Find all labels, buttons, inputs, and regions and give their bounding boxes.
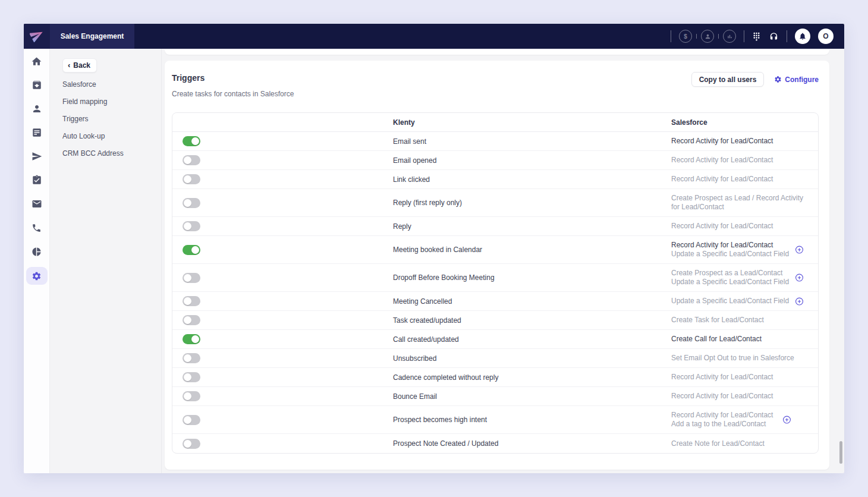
reports-icon[interactable]: [26, 243, 48, 260]
salesforce-action: Create Call for Lead/Contact: [671, 335, 813, 344]
trigger-name: Prospect becomes high intent: [393, 416, 671, 424]
tasks-icon[interactable]: [26, 172, 48, 188]
plus-circle-icon: [795, 247, 804, 256]
copy-to-all-users-button[interactable]: Copy to all users: [691, 72, 765, 87]
salesforce-action: Update a Specific Lead/Contact Field: [671, 297, 813, 306]
analytics-icon[interactable]: [723, 30, 736, 43]
topbar: Sales Engagement $: [24, 24, 844, 49]
settings-icon[interactable]: [26, 267, 48, 285]
trigger-name: Unsubscribed: [393, 354, 671, 363]
phone-icon[interactable]: [26, 219, 48, 236]
send-icon[interactable]: [26, 148, 48, 165]
trigger-toggle[interactable]: [183, 315, 200, 325]
paper-plane-logo-icon: [30, 28, 44, 45]
plus-circle-icon: [795, 275, 804, 284]
salesforce-action: Record Activity for Lead/Contact: [671, 222, 813, 231]
toggle-knob: [191, 335, 199, 343]
triggers-table: Klenty Salesforce Email sentRecord Activ…: [172, 112, 819, 454]
table-header: Klenty Salesforce: [172, 113, 818, 132]
toggle-knob: [184, 354, 191, 362]
salesforce-action: Create Task for Lead/Contact: [671, 316, 813, 325]
mini-divider: [696, 34, 697, 39]
trigger-name: Dropoff Before Booking Meeting: [393, 273, 671, 282]
add-action-button[interactable]: [782, 416, 791, 424]
main-content: Triggers Create tasks for contacts in Sa…: [162, 49, 844, 473]
trigger-toggle[interactable]: [183, 353, 200, 363]
table-row: Prospect Note Created / UpdatedCreate No…: [172, 434, 818, 453]
app-logo[interactable]: [24, 24, 50, 49]
trigger-name: Reply: [393, 222, 671, 231]
page-background: Sales Engagement $: [0, 0, 868, 497]
add-action-button[interactable]: [795, 297, 804, 306]
headset-icon[interactable]: [769, 32, 779, 42]
toggle-knob: [184, 274, 191, 282]
trigger-toggle[interactable]: [183, 439, 200, 449]
trigger-name: Email sent: [393, 137, 671, 146]
configure-button[interactable]: Configure: [774, 76, 819, 84]
topbar-divider: [744, 30, 744, 42]
trigger-toggle[interactable]: [183, 391, 200, 401]
bell-icon[interactable]: [795, 29, 810, 44]
trigger-toggle[interactable]: [183, 198, 200, 208]
app-window: Sales Engagement $: [24, 24, 844, 473]
trigger-toggle[interactable]: [183, 174, 200, 184]
avatar[interactable]: O: [818, 29, 834, 44]
salesforce-action: Set Email Opt Out to true in Salesforce: [671, 354, 813, 363]
subnav-item-field-mapping[interactable]: Field mapping: [62, 93, 161, 110]
add-action-button[interactable]: [795, 273, 804, 282]
scrollbar-track[interactable]: [839, 49, 842, 471]
salesforce-action: Record Activity for Lead/Contact: [671, 373, 813, 382]
trigger-toggle[interactable]: [183, 296, 200, 306]
back-button[interactable]: ‹ Back: [62, 58, 97, 73]
scrollbar-thumb[interactable]: [839, 441, 842, 464]
home-icon[interactable]: [26, 53, 48, 70]
profile-icon[interactable]: [701, 30, 714, 43]
toggle-knob: [184, 440, 191, 448]
subnav-item-crm-bcc-address[interactable]: CRM BCC Address: [62, 144, 161, 162]
configure-label: Configure: [785, 76, 819, 84]
header-actions: Copy to all users Configure: [691, 72, 819, 87]
subnav-item-salesforce[interactable]: Salesforce: [62, 76, 161, 93]
product-switcher[interactable]: Sales Engagement: [50, 24, 134, 49]
trigger-name: Link clicked: [393, 175, 671, 184]
import-icon[interactable]: [26, 77, 48, 93]
salesforce-action: Record Activity for Lead/Contact: [671, 241, 813, 250]
salesforce-action: Record Activity for Lead/Contact: [671, 411, 813, 420]
trigger-name: Meeting booked in Calendar: [393, 246, 671, 254]
trigger-toggle[interactable]: [183, 372, 200, 382]
dialpad-icon[interactable]: [752, 32, 761, 41]
plus-circle-icon: [782, 417, 791, 426]
email-icon[interactable]: [26, 196, 48, 212]
trigger-toggle[interactable]: [183, 221, 200, 231]
toggle-knob: [184, 297, 191, 305]
product-name: Sales Engagement: [61, 32, 124, 40]
trigger-toggle[interactable]: [183, 273, 200, 283]
trigger-toggle[interactable]: [183, 415, 200, 425]
trigger-name: Meeting Cancelled: [393, 297, 671, 306]
toggle-knob: [184, 175, 191, 183]
add-action-button[interactable]: [795, 246, 804, 254]
table-row: Task created/updatedCreate Task for Lead…: [172, 311, 818, 330]
trigger-toggle[interactable]: [183, 245, 200, 255]
table-row: Dropoff Before Booking MeetingCreate Pro…: [172, 264, 818, 292]
contacts-icon[interactable]: [26, 100, 48, 117]
toggle-knob: [184, 156, 191, 164]
trigger-name: Bounce Email: [393, 392, 671, 401]
trigger-toggle[interactable]: [183, 155, 200, 165]
trigger-toggle[interactable]: [183, 136, 200, 146]
trigger-name: Call created/updated: [393, 335, 671, 344]
salesforce-action: Record Activity for Lead/Contact: [671, 156, 813, 165]
billing-dollar-icon[interactable]: $: [679, 30, 692, 43]
salesforce-action: Create Note for Lead/Contact: [671, 439, 813, 448]
table-row: Bounce EmailRecord Activity for Lead/Con…: [172, 387, 818, 406]
topbar-divider: [671, 30, 671, 42]
table-row: Call created/updatedCreate Call for Lead…: [172, 330, 818, 349]
icon-rail: [24, 49, 50, 473]
table-row: Meeting CancelledUpdate a Specific Lead/…: [172, 292, 818, 311]
trigger-name: Task created/updated: [393, 316, 671, 325]
page-title: Triggers: [172, 73, 294, 83]
subnav-item-auto-look-up[interactable]: Auto Look-up: [62, 127, 161, 144]
trigger-toggle[interactable]: [183, 334, 200, 344]
documents-icon[interactable]: [26, 124, 48, 141]
subnav-item-triggers[interactable]: Triggers: [62, 110, 161, 127]
